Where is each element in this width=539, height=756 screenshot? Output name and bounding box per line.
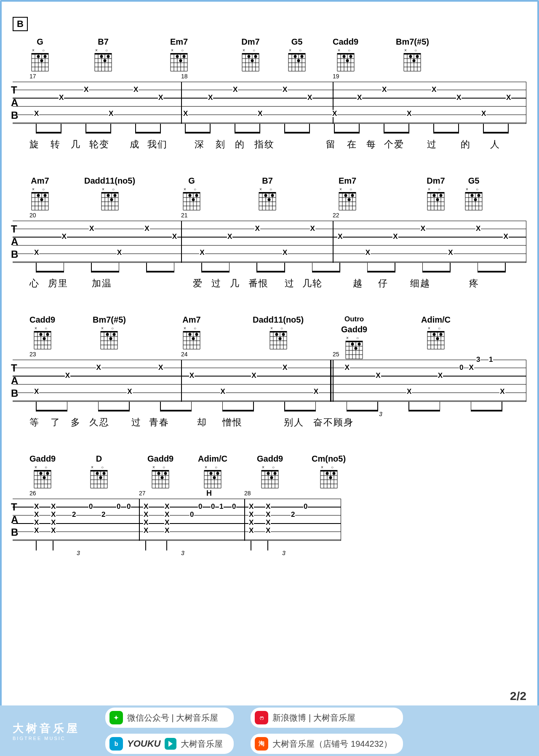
svg-text:×: × (205, 465, 207, 470)
svg-text:×: × (466, 187, 468, 192)
svg-point-167 (189, 194, 192, 197)
lyric-syllable: 青春 (149, 416, 197, 429)
svg-point-150 (107, 194, 109, 197)
svg-point-15 (40, 59, 43, 62)
lyric-syllable: 番恨 (248, 277, 285, 290)
svg-point-82 (294, 55, 297, 58)
chord-Em7: Em7×○ (337, 176, 358, 211)
section-marker: B (13, 17, 28, 31)
chord-Gadd9: Gadd9×○ (29, 454, 56, 489)
tab-line-4: Gadd9×○D×○Gadd9×○Adim/C×○Gadd9×○Cm(no5)×… (13, 454, 341, 541)
lyric-syllable: 在 (347, 138, 366, 151)
svg-text:○: ○ (194, 187, 196, 192)
svg-point-439 (326, 472, 328, 475)
svg-point-100 (346, 59, 349, 62)
lyric-syllable: 心 (29, 277, 48, 290)
svg-text:○: ○ (350, 187, 352, 192)
chord-Adim/C: Adim/C×○ (198, 454, 227, 489)
svg-point-304 (278, 337, 281, 340)
chord-Am7: Am7×○ (29, 176, 51, 211)
svg-point-320 (351, 343, 354, 346)
lyric-syllable: 每 (366, 138, 384, 151)
svg-point-118 (416, 55, 419, 58)
svg-text:○: ○ (42, 187, 45, 192)
lyric-syllable: 细越 (410, 277, 469, 290)
lyric-syllable: 加温 (92, 277, 193, 290)
lyric-syllable: 几轮 (302, 277, 353, 290)
svg-point-186 (271, 194, 274, 197)
svg-text:×: × (184, 326, 186, 331)
svg-point-371 (96, 472, 99, 475)
svg-text:×: × (346, 336, 349, 340)
chord-Cadd9: Cadd9×○ (333, 37, 358, 72)
svg-text:○: ○ (414, 48, 417, 53)
lyric-syllable: 几 (71, 138, 89, 151)
svg-text:○: ○ (45, 465, 47, 470)
svg-text:○: ○ (272, 465, 275, 470)
svg-text:○: ○ (215, 465, 217, 470)
lyric-syllable: 了 (51, 416, 71, 429)
taobao-pill: 淘 大树音乐屋（店铺号 1944232） (251, 734, 403, 754)
chord-Gadd9: Gadd9×○ (257, 454, 283, 489)
chord-B7: B7×○ (93, 37, 114, 72)
svg-point-169 (195, 194, 198, 197)
lyric-syllable: 我们 (147, 138, 195, 151)
svg-point-152 (113, 194, 116, 197)
wechat-pill: ✦ 微信公众号 | 大树音乐屋 (105, 708, 234, 728)
svg-point-322 (358, 343, 361, 346)
svg-point-117 (413, 59, 416, 62)
svg-point-354 (40, 472, 43, 475)
svg-point-338 (436, 337, 439, 340)
svg-point-373 (103, 472, 106, 475)
svg-point-388 (157, 472, 160, 475)
chord-Em7: Em7×○ (168, 37, 189, 72)
svg-point-219 (436, 198, 439, 201)
svg-text:○: ○ (101, 465, 104, 470)
lyric-syllable: 深 (195, 138, 216, 151)
svg-point-235 (471, 194, 474, 197)
svg-point-303 (275, 333, 278, 336)
lyric-syllable: 爱 (193, 277, 211, 290)
bilibili-icon: b (109, 737, 123, 751)
svg-point-31 (100, 55, 103, 58)
lyric-syllable: 过 (285, 277, 302, 290)
tab-clef: TAB (11, 84, 17, 122)
chord-Bm7(#5): Bm7(#5)×○ (93, 315, 126, 350)
lyric-syllable: 转 (51, 138, 71, 151)
svg-point-49 (179, 59, 182, 62)
svg-text:×: × (32, 187, 35, 192)
lyric-syllable: 却 (197, 416, 222, 429)
lyric-syllable: 奋不顾身 (313, 416, 364, 429)
svg-text:×: × (339, 187, 342, 192)
chord-Adim/C: Adim/C×○ (421, 315, 451, 350)
svg-point-184 (264, 194, 267, 197)
lyric-syllable: 几 (230, 277, 248, 290)
page-number: 2/2 (510, 689, 526, 703)
weibo-icon: ෆ (255, 711, 268, 724)
svg-text:×: × (259, 187, 262, 192)
lyric-syllable: 仔 (378, 277, 410, 290)
svg-point-133 (37, 194, 40, 197)
svg-text:○: ○ (331, 465, 334, 470)
svg-point-101 (349, 55, 352, 58)
svg-text:○: ○ (476, 187, 478, 192)
svg-point-50 (183, 55, 186, 58)
chord-G: G×○ (29, 37, 51, 72)
svg-point-407 (216, 472, 219, 475)
chord-G5: G5×○ (463, 176, 484, 211)
svg-text:○: ○ (438, 187, 440, 192)
tab-line-1: G×○B7×○Em7×○Dm7×○G5×○Cadd9×○Bm7(#5)×○ TA… (13, 37, 526, 151)
lyric-syllable: 刻 (216, 138, 235, 151)
svg-point-422 (267, 472, 270, 475)
svg-text:○: ○ (253, 48, 255, 53)
lyric-syllable: 指纹 (254, 138, 326, 151)
svg-point-305 (282, 333, 285, 336)
svg-point-99 (342, 55, 345, 58)
svg-point-286 (189, 333, 192, 336)
svg-point-168 (192, 198, 195, 201)
lyric-syllable: 越 (353, 277, 378, 290)
svg-point-321 (355, 347, 358, 350)
svg-text:×: × (243, 48, 245, 53)
svg-text:○: ○ (194, 326, 196, 331)
svg-text:×: × (404, 48, 407, 53)
